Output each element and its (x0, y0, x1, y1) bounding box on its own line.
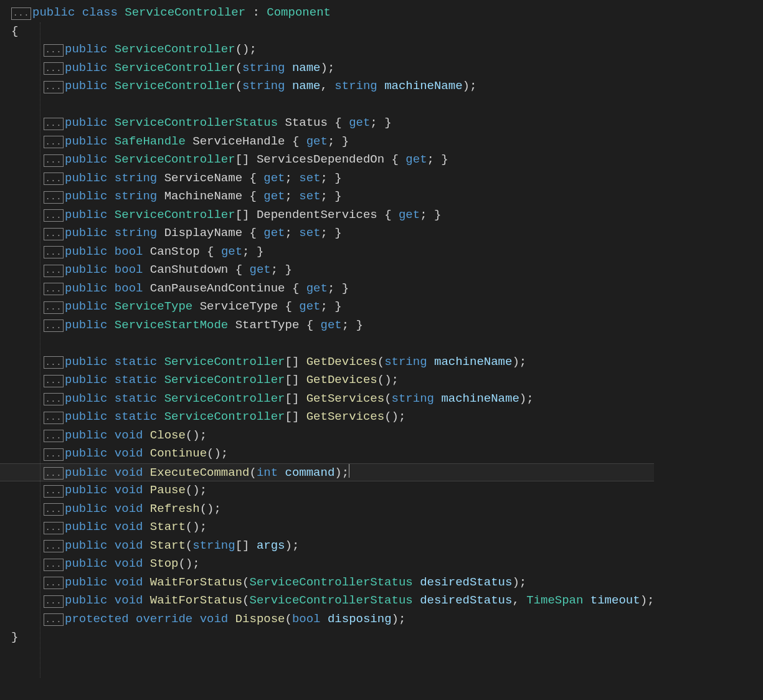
code-line[interactable]: ...public ServiceType ServiceType { get;… (0, 298, 654, 316)
fold-toggle-icon[interactable]: ... (44, 559, 64, 571)
code-line[interactable]: ...public ServiceController(string name,… (0, 77, 654, 96)
fold-toggle-icon[interactable]: ... (44, 503, 64, 516)
code-line[interactable]: ...public bool CanStop { get; } (0, 243, 654, 262)
fold-toggle-icon[interactable]: ... (44, 265, 64, 277)
fold-toggle-icon[interactable]: ... (44, 613, 64, 626)
code-text: public ServiceControllerStatus Status { … (65, 114, 392, 133)
fold-toggle-icon[interactable]: ... (44, 577, 64, 589)
code-text: public static ServiceController[] GetDev… (65, 353, 526, 372)
code-line[interactable]: ...public SafeHandle ServiceHandle { get… (0, 133, 654, 151)
code-text: public void Close(); (65, 427, 207, 445)
code-text: public static ServiceController[] GetDev… (65, 371, 399, 390)
code-text: public ServiceController[] ServicesDepen… (65, 151, 448, 169)
code-line[interactable]: ...public static ServiceController[] Get… (0, 371, 654, 390)
code-text: public void Start(); (65, 518, 207, 537)
code-text: public void Pause(); (65, 481, 207, 500)
code-line[interactable]: ...public bool CanShutdown { get; } (0, 261, 654, 280)
code-line[interactable]: ...public ServiceControllerStatus Status… (0, 114, 654, 133)
code-text: public ServiceStartMode StartType { get;… (65, 316, 363, 335)
code-line[interactable]: ...public string DisplayName { get; set;… (0, 224, 654, 243)
code-line[interactable]: ...public string ServiceName { get; set;… (0, 169, 654, 188)
code-line[interactable]: ...protected override void Dispose(bool … (0, 610, 654, 629)
fold-toggle-icon[interactable]: ... (44, 118, 64, 130)
code-text: public class ServiceController : Compone… (32, 4, 331, 22)
code-line[interactable]: ...public string MachineName { get; set;… (0, 187, 654, 206)
fold-toggle-icon[interactable]: ... (44, 191, 64, 204)
fold-toggle-icon[interactable]: ... (44, 283, 64, 295)
code-text: public void ExecuteCommand(int command); (65, 464, 349, 483)
code-line[interactable]: ...public ServiceController(string name)… (0, 59, 654, 78)
fold-toggle-icon[interactable]: ... (44, 467, 64, 480)
fold-toggle-icon[interactable]: ... (44, 228, 64, 240)
code-line[interactable]: ...public void WaitForStatus(ServiceCont… (0, 592, 654, 610)
code-line[interactable]: ...public bool CanPauseAndContinue { get… (0, 280, 654, 298)
code-line[interactable]: ...public static ServiceController[] Get… (0, 390, 654, 409)
fold-toggle-icon[interactable]: ... (44, 448, 64, 461)
code-text: public void Refresh(); (65, 500, 221, 519)
fold-toggle-icon[interactable]: ... (44, 595, 64, 608)
code-text: public static ServiceController[] GetSer… (65, 408, 405, 427)
fold-toggle-icon[interactable]: ... (44, 62, 64, 75)
code-text: public void WaitForStatus(ServiceControl… (65, 592, 654, 610)
code-line[interactable]: ...public void Close(); (0, 427, 654, 445)
fold-toggle-icon[interactable]: ... (44, 209, 64, 222)
code-text: public bool CanStop { get; } (65, 243, 263, 262)
brace: } (11, 628, 18, 647)
code-line[interactable]: ...public static ServiceController[] Get… (0, 353, 654, 372)
code-text: public ServiceController(string name); (65, 59, 334, 78)
code-text: public string MachineName { get; set; } (65, 187, 342, 206)
fold-toggle-icon[interactable]: ... (44, 44, 64, 57)
code-text: public void Start(string[] args); (65, 537, 299, 556)
code-line[interactable]: ...public void WaitForStatus(ServiceCont… (0, 574, 654, 592)
code-line[interactable] (0, 96, 654, 115)
code-line[interactable]: ...public void Continue(); (0, 445, 654, 463)
code-text: public ServiceType ServiceType { get; } (65, 298, 342, 316)
code-line[interactable]: ...public void ExecuteCommand(int comman… (0, 463, 654, 482)
code-text: public bool CanShutdown { get; } (65, 261, 292, 280)
code-line[interactable]: ...public class ServiceController : Comp… (0, 4, 654, 22)
code-line[interactable]: ...public void Start(string[] args); (0, 537, 654, 556)
fold-toggle-icon[interactable]: ... (44, 319, 64, 332)
code-line[interactable]: ...public void Stop(); (0, 555, 654, 574)
code-editor[interactable]: ...public class ServiceController : Comp… (0, 0, 763, 700)
fold-toggle-icon[interactable]: ... (44, 173, 64, 185)
fold-toggle-icon[interactable]: ... (44, 393, 64, 405)
code-line[interactable]: ...public void Pause(); (0, 481, 654, 500)
code-text: public static ServiceController[] GetSer… (65, 390, 534, 409)
code-text: public ServiceController(string name, st… (65, 77, 476, 96)
code-text: public string ServiceName { get; set; } (65, 169, 342, 188)
fold-toggle-icon[interactable]: ... (44, 412, 64, 424)
fold-toggle-icon[interactable]: ... (44, 375, 64, 387)
code-text: public void WaitForStatus(ServiceControl… (65, 574, 526, 592)
fold-toggle-icon[interactable]: ... (44, 81, 64, 93)
fold-toggle-icon[interactable]: ... (44, 522, 64, 534)
code-line[interactable]: ...public ServiceStartMode StartType { g… (0, 316, 654, 335)
code-line[interactable] (0, 334, 654, 353)
code-line[interactable]: ...public void Start(); (0, 518, 654, 537)
code-text: public ServiceController[] DependentServ… (65, 206, 441, 225)
code-text: public bool CanPauseAndContinue { get; } (65, 280, 349, 298)
fold-toggle-icon[interactable]: ... (11, 7, 31, 20)
brace: { (11, 22, 18, 41)
code-text: public ServiceController(); (65, 40, 257, 59)
code-line[interactable]: ...public void Refresh(); (0, 500, 654, 519)
fold-toggle-icon[interactable]: ... (44, 154, 64, 167)
fold-toggle-icon[interactable]: ... (44, 485, 64, 498)
code-line[interactable]: { (0, 22, 654, 41)
fold-toggle-icon[interactable]: ... (44, 430, 64, 442)
text-caret (349, 464, 349, 478)
fold-toggle-icon[interactable]: ... (44, 356, 64, 369)
code-text: protected override void Dispose(bool dis… (65, 610, 405, 629)
code-line[interactable]: ...public static ServiceController[] Get… (0, 408, 654, 427)
code-line[interactable]: ...public ServiceController(); (0, 40, 654, 59)
code-line[interactable]: ...public ServiceController[] ServicesDe… (0, 151, 654, 169)
code-line[interactable]: } (0, 628, 654, 647)
code-text: public string DisplayName { get; set; } (65, 224, 342, 243)
fold-toggle-icon[interactable]: ... (44, 540, 64, 552)
fold-toggle-icon[interactable]: ... (44, 246, 64, 258)
fold-toggle-icon[interactable]: ... (44, 136, 64, 148)
code-block: ...public class ServiceController : Comp… (0, 4, 654, 647)
fold-toggle-icon[interactable]: ... (44, 301, 64, 314)
code-line[interactable]: ...public ServiceController[] DependentS… (0, 206, 654, 225)
code-text: public void Stop(); (65, 555, 200, 574)
